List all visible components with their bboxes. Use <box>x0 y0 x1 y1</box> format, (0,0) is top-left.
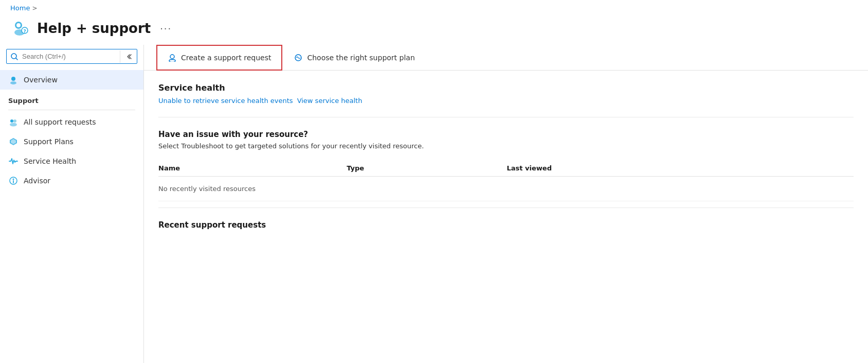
overview-icon <box>8 75 19 85</box>
sidebar-item-service-health-label: Service Health <box>24 157 76 165</box>
create-support-icon <box>168 53 177 62</box>
svg-point-1 <box>16 23 21 27</box>
more-options-button[interactable]: ··· <box>157 21 175 36</box>
svg-point-10 <box>13 119 16 123</box>
svg-point-7 <box>11 77 15 81</box>
support-section-label: Support <box>0 90 143 108</box>
breadcrumb: Home > <box>0 0 868 16</box>
recent-requests-title: Recent support requests <box>158 220 854 230</box>
tab-bar: Create a support request Choose the righ… <box>144 45 868 71</box>
svg-point-8 <box>10 81 16 84</box>
column-type: Type <box>347 160 507 177</box>
tab-choose-plan-label: Choose the right support plan <box>307 54 414 62</box>
choose-plan-icon <box>294 53 303 62</box>
sidebar-item-advisor[interactable]: Advisor <box>0 171 143 191</box>
svg-point-16 <box>169 60 175 62</box>
main-content: Create a support request Choose the righ… <box>144 45 868 363</box>
sidebar-item-support-plans-label: Support Plans <box>24 137 74 146</box>
breadcrumb-home[interactable]: Home <box>10 4 30 12</box>
search-box <box>6 49 137 64</box>
svg-line-6 <box>16 58 17 60</box>
resource-section: Have an issue with your resource? Select… <box>144 117 868 208</box>
resource-table: Name Type Last viewed No recently visite… <box>158 160 854 201</box>
support-plans-icon <box>8 136 19 147</box>
sidebar-item-service-health[interactable]: Service Health <box>0 151 143 171</box>
tab-create-support-request[interactable]: Create a support request <box>156 45 282 71</box>
sidebar-item-all-support-label: All support requests <box>24 118 96 126</box>
resource-section-title: Have an issue with your resource? <box>158 130 854 139</box>
sidebar-item-overview-label: Overview <box>24 76 58 84</box>
service-health-title: Service health <box>158 83 854 93</box>
recent-requests-section: Recent support requests <box>144 208 868 242</box>
tab-create-support-label: Create a support request <box>181 54 271 62</box>
all-support-requests-icon <box>8 117 19 127</box>
sidebar-item-overview[interactable]: Overview <box>0 70 143 90</box>
resource-section-desc: Select Troubleshoot to get targeted solu… <box>158 142 854 150</box>
sidebar: Overview Support All support requests <box>0 45 144 363</box>
svg-point-9 <box>10 119 13 123</box>
svg-point-13 <box>13 179 14 180</box>
table-row-empty: No recently visited resources <box>158 177 854 201</box>
search-icon <box>7 50 22 63</box>
column-name: Name <box>158 160 347 177</box>
empty-message: No recently visited resources <box>158 177 854 201</box>
table-header-row: Name Type Last viewed <box>158 160 854 177</box>
svg-point-15 <box>170 55 174 59</box>
svg-text:?: ? <box>24 29 26 34</box>
tab-choose-support-plan[interactable]: Choose the right support plan <box>282 45 426 71</box>
page-wrapper: Home > ? Help + support ··· <box>0 0 868 363</box>
svg-point-11 <box>10 123 17 127</box>
search-input[interactable] <box>22 49 120 63</box>
page-header: ? Help + support ··· <box>0 16 868 45</box>
advisor-icon <box>8 176 19 186</box>
service-health-section: Service health Unable to retrieve servic… <box>144 71 868 117</box>
view-service-health-link[interactable]: View service health <box>297 97 363 105</box>
sidebar-item-support-plans[interactable]: Support Plans <box>0 132 143 151</box>
sidebar-item-advisor-label: Advisor <box>24 177 50 185</box>
main-layout: Overview Support All support requests <box>0 45 868 363</box>
column-last-viewed: Last viewed <box>507 160 854 177</box>
nav-divider <box>8 110 135 110</box>
service-health-icon <box>8 156 19 166</box>
page-title: Help + support <box>37 21 151 36</box>
sidebar-item-all-support-requests[interactable]: All support requests <box>0 112 143 132</box>
breadcrumb-separator: > <box>32 5 37 12</box>
collapse-button[interactable] <box>120 50 137 63</box>
service-health-row: Unable to retrieve service health events… <box>158 97 854 105</box>
service-health-message: Unable to retrieve service health events <box>158 97 293 105</box>
help-support-icon: ? <box>10 18 31 39</box>
